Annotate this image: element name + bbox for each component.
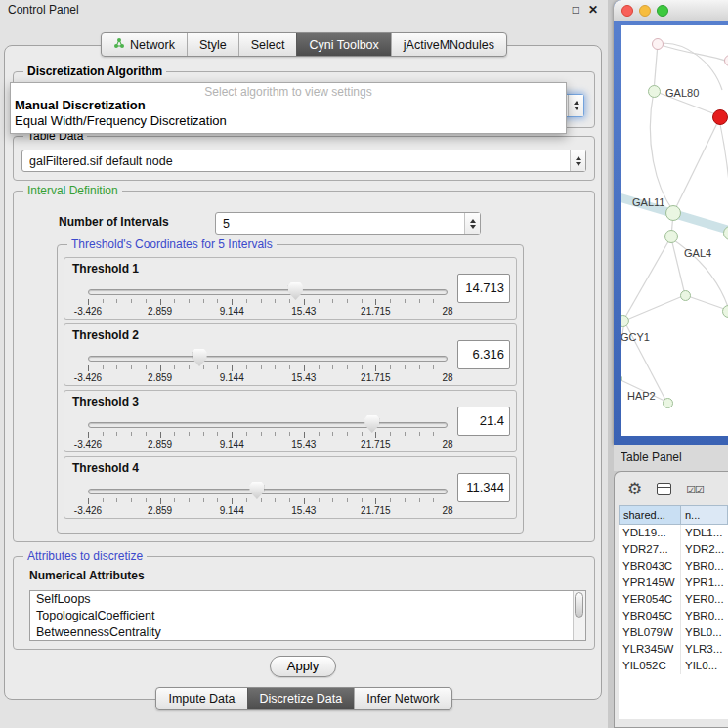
network-icon (113, 37, 125, 52)
number-of-intervals-select[interactable]: 5 (215, 212, 481, 235)
gear-icon[interactable] (627, 479, 642, 499)
network-node[interactable] (663, 398, 673, 408)
column-header-name[interactable]: n... (681, 505, 728, 525)
threshold-panel-3: Threshold 3 -3.4262.8599.14415.4321.7152… (64, 390, 517, 452)
table-row[interactable]: YDL19...YDL1... (619, 525, 728, 541)
scrollbar-thumb[interactable] (575, 592, 583, 618)
tab-style[interactable]: Style (187, 33, 238, 56)
threshold-value-field[interactable]: 21.4 (457, 407, 510, 436)
threshold-label: Threshold 2 (72, 328, 139, 342)
threshold-value-field[interactable]: 6.316 (457, 340, 510, 369)
threshold-slider[interactable]: -3.4262.8599.14415.4321.71528 (88, 416, 448, 451)
slider-ticks-icon (88, 498, 448, 504)
tab-discretize-data[interactable]: Discretize Data (247, 688, 355, 709)
tab-select[interactable]: Select (238, 33, 297, 56)
table-row[interactable]: YER054CYER0... (619, 591, 728, 608)
slider-ticks-icon (88, 432, 448, 438)
threshold-thumb[interactable] (364, 415, 379, 433)
network-canvas[interactable]: GAL80GAL11GAL4GCY1HAP2 (621, 25, 728, 436)
table-cell: YIL052C (619, 658, 681, 674)
threshold-value-field[interactable]: 14.713 (457, 274, 510, 303)
network-node[interactable] (652, 38, 664, 50)
attributes-scrollbar[interactable] (573, 591, 585, 640)
numerical-attributes-list[interactable]: SelfLoopsTopologicalCoefficientBetweenne… (29, 590, 586, 641)
scale-label: 28 (442, 372, 452, 383)
table-cell: YDL1... (681, 525, 728, 541)
threshold-thumb[interactable] (193, 349, 207, 366)
control-panel-titlebar[interactable]: Control Panel □ ✕ (0, 0, 608, 20)
network-node[interactable] (680, 290, 691, 301)
columns-icon[interactable] (657, 483, 671, 495)
attribute-item[interactable]: TopologicalCoefficient (30, 608, 585, 624)
network-frame: GAL80GAL11GAL4GCY1HAP2 (614, 21, 728, 445)
interval-definition-group-title: Interval Definition (23, 184, 122, 197)
node-table-body[interactable]: YDL19...YDL1...YDR27...YDR2...YBR043CYBR… (619, 525, 728, 719)
scale-label: 9.144 (220, 372, 244, 383)
threshold-thumb[interactable] (249, 482, 264, 499)
table-cell: YBR045C (619, 608, 681, 624)
table-cell: YLR345W (619, 641, 681, 658)
network-node-label: GAL80 (665, 87, 699, 99)
threshold-thumb[interactable] (288, 282, 303, 300)
network-window-titlebar[interactable] (614, 0, 728, 21)
column-header-shared-name[interactable]: shared... (619, 505, 681, 525)
scale-label: 28 (442, 439, 452, 450)
table-row[interactable]: YIL052CYIL0... (619, 658, 728, 674)
network-node[interactable] (712, 109, 728, 125)
scale-label: -3.426 (74, 439, 102, 450)
threshold-slider[interactable]: -3.4262.8599.14415.4321.71528 (88, 283, 448, 319)
algorithm-option-manual[interactable]: Manual Discretization (11, 98, 566, 113)
slider-track[interactable] (88, 489, 448, 494)
control-panel-title: Control Panel (8, 3, 79, 17)
close-icon[interactable]: ✕ (588, 4, 598, 16)
table-row[interactable]: YLR345WYLR3... (619, 641, 728, 658)
scale-label: 15.43 (291, 372, 316, 383)
tab-infer-network[interactable]: Infer Network (354, 688, 450, 709)
slider-ticks-icon (88, 365, 448, 371)
network-node[interactable] (648, 85, 661, 98)
table-row[interactable]: YBR045CYBR0... (619, 608, 728, 624)
threshold-label: Threshold 3 (72, 395, 139, 408)
attribute-item[interactable]: BetweennessCentrality (30, 624, 585, 641)
network-node[interactable] (722, 305, 728, 318)
zoom-traffic-light-icon[interactable] (657, 5, 668, 17)
threshold-value-field[interactable]: 11.344 (457, 473, 510, 502)
threshold-slider[interactable]: -3.4262.8599.14415.4321.71528 (88, 483, 448, 518)
table-row[interactable]: YPR145WYPR1... (619, 575, 728, 591)
numerical-attributes-label: Numerical Attributes (29, 569, 145, 582)
tab-network[interactable]: Network (102, 33, 187, 56)
tab-jactivemnodules[interactable]: jActiveMNodules (391, 33, 506, 56)
slider-track[interactable] (88, 356, 448, 362)
table-cell: YBL079W (619, 624, 681, 641)
table-cell: YBL0... (681, 624, 728, 641)
table-header-row: shared... n... (619, 505, 728, 525)
apply-button[interactable]: Apply (270, 656, 336, 677)
slider-track[interactable] (88, 289, 448, 295)
scale-label: 15.43 (291, 505, 316, 516)
table-row[interactable]: YBR043CYBR0... (619, 558, 728, 575)
tab-cyni-toolbox[interactable]: Cyni Toolbox (296, 33, 390, 56)
scale-label: 2.859 (148, 372, 172, 383)
float-window-icon[interactable]: □ (573, 4, 579, 16)
table-data-group: Table Data galFiltered.sif default node (13, 136, 595, 181)
attribute-item[interactable]: SelfLoops (30, 591, 585, 608)
close-traffic-light-icon[interactable] (621, 5, 633, 17)
table-row[interactable]: YBL079WYBL0... (619, 624, 728, 641)
threshold-panel-1: Threshold 1 -3.4262.8599.14415.4321.7152… (64, 257, 517, 320)
table-data-select[interactable]: galFiltered.sif default node (21, 150, 586, 172)
checkbox-columns-icon[interactable] (686, 480, 704, 497)
slider-track[interactable] (88, 422, 448, 428)
table-cell: YLR3... (681, 641, 728, 658)
network-node[interactable] (621, 315, 629, 327)
tab-impute-data[interactable]: Impute Data (156, 688, 246, 709)
threshold-slider[interactable]: -3.4262.8599.14415.4321.71528 (88, 350, 448, 385)
algorithm-option-equal-width[interactable]: Equal Width/Frequency Discretization (11, 113, 566, 129)
network-node[interactable] (664, 230, 678, 243)
table-row[interactable]: YDR27...YDR2... (619, 541, 728, 558)
network-node[interactable] (665, 205, 681, 221)
combo-stepper-icon (464, 213, 480, 234)
scale-label: 28 (442, 306, 452, 317)
threshold-panel-2: Threshold 2 -3.4262.8599.14415.4321.7152… (64, 323, 517, 386)
minimize-traffic-light-icon[interactable] (639, 5, 651, 17)
screen: Control Panel □ ✕ Discretization Algorit… (0, 0, 728, 728)
